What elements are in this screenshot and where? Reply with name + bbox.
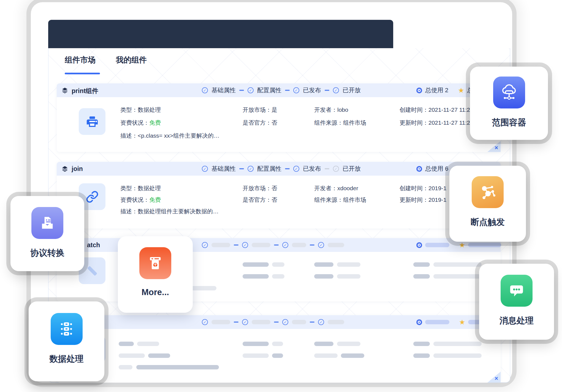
skeleton-pill xyxy=(211,320,230,324)
feature-label: 范围容器 xyxy=(492,117,526,128)
close-icon[interactable]: × xyxy=(495,145,498,151)
usage-eye-icon xyxy=(416,88,422,93)
card-close-fold[interactable]: × xyxy=(487,141,501,152)
skeleton-pill xyxy=(413,274,430,279)
field-market: 开放市场：是 xyxy=(243,106,277,114)
feature-card-scope-container[interactable]: 范围容器 xyxy=(470,67,548,140)
skeleton-pill xyxy=(314,353,338,358)
status-steps: ✓ 基础属性 ✓ 配置属性 ✓ 已发布 ✓ 已开放 xyxy=(202,162,361,176)
component-card-join[interactable]: join ✓ 基础属性 ✓ 配置属性 ✓ 已发布 ✓ 已开放 总使用 6 ★ 总… xyxy=(57,162,501,228)
field-type: 类型：数据处理 xyxy=(120,184,161,192)
field-official: 是否官方：否 xyxy=(243,119,277,127)
component-icon-tile xyxy=(79,108,105,135)
check-icon: ✓ xyxy=(318,319,324,325)
field-updated: 更新时间：2019-1 xyxy=(400,196,446,204)
skeleton-pill xyxy=(468,243,501,247)
feature-label: 断点触发 xyxy=(471,216,505,228)
skeleton-pill xyxy=(119,342,134,346)
store-box-icon xyxy=(139,247,171,279)
skeleton-pill xyxy=(341,353,364,358)
active-tab-underline xyxy=(65,73,100,74)
check-icon: ✓ xyxy=(248,166,254,172)
skeleton-pill xyxy=(337,262,360,267)
skeleton-pill xyxy=(148,353,170,358)
field-source: 组件来源：组件市场 xyxy=(314,196,366,204)
skeleton-pill xyxy=(243,342,269,346)
usage-eye-icon xyxy=(416,242,422,248)
step-dash xyxy=(234,322,238,323)
rating-star-icon: ★ xyxy=(459,319,465,326)
skeleton-pill xyxy=(137,342,159,346)
feature-card-protocol-conversion[interactable]: 协议转换 xyxy=(10,196,84,271)
step-dash xyxy=(239,168,244,169)
step-dash xyxy=(274,322,279,323)
field-updated: 更新时间：2021-11-27 11:2 xyxy=(400,119,470,127)
skeleton-pill xyxy=(292,243,306,247)
feature-card-more[interactable]: More... xyxy=(118,236,193,313)
skeleton-pill xyxy=(433,353,482,358)
step-label: 基础属性 xyxy=(211,165,236,173)
chat-bubble-icon xyxy=(501,275,533,307)
component-card-print[interactable]: print组件 ✓ 基础属性 ✓ 配置属性 ✓ 已发布 ✓ 已开放 总使用 2 … xyxy=(57,83,501,152)
skeleton-pill xyxy=(433,342,482,346)
check-icon: ✓ xyxy=(293,166,299,172)
check-icon: ✓ xyxy=(202,242,208,248)
skeleton-pill xyxy=(252,243,270,247)
content-panel: 组件市场 我的组件 print组件 ✓ 基础属性 ✓ 配置属性 ✓ 已发布 xyxy=(48,48,510,383)
field-created: 创建时间：2019-1 xyxy=(400,184,446,192)
feature-label: 数据处理 xyxy=(50,353,84,365)
inbox-document-icon xyxy=(31,207,63,239)
step-dash xyxy=(310,322,314,323)
layers-icon xyxy=(61,87,68,94)
close-icon[interactable]: × xyxy=(495,375,498,382)
skeleton-pill xyxy=(243,262,269,267)
skeleton-pill xyxy=(413,342,430,346)
step-dash xyxy=(274,244,279,246)
check-icon: ✓ xyxy=(282,319,288,325)
tab-component-market[interactable]: 组件市场 xyxy=(65,55,96,65)
field-fee: 资费状况：免费 xyxy=(120,119,161,127)
status-steps-skeleton: ✓ ✓ ✓ ✓ xyxy=(202,238,344,252)
molecule-icon xyxy=(472,176,504,208)
feature-label: 消息处理 xyxy=(499,315,534,326)
skeleton-pill xyxy=(211,243,230,247)
skeleton-pill xyxy=(292,320,306,324)
skeleton-pill xyxy=(433,262,482,267)
check-icon: ✓ xyxy=(202,87,208,93)
status-steps: ✓ 基础属性 ✓ 配置属性 ✓ 已发布 ✓ 已开放 xyxy=(202,83,361,97)
card-title-fragment: atch xyxy=(87,241,100,249)
step-label: 已开放 xyxy=(343,165,361,173)
field-fee: 资费状况：免费 xyxy=(120,196,161,204)
skeleton-pill xyxy=(425,320,449,324)
check-icon: ✓ xyxy=(282,242,288,248)
step-dash xyxy=(234,244,238,246)
skeleton-pill xyxy=(413,353,430,358)
skeleton-pill xyxy=(413,262,430,267)
feature-label: More... xyxy=(142,287,169,297)
step-dash xyxy=(325,90,329,91)
feature-card-breakpoint-trigger[interactable]: 断点触发 xyxy=(449,166,526,242)
field-market: 开放市场：否 xyxy=(243,184,277,192)
skeleton-pill xyxy=(328,320,344,324)
check-icon: ✓ xyxy=(333,166,339,172)
tab-my-components[interactable]: 我的组件 xyxy=(116,55,147,65)
field-developer: 开发者：xdooder xyxy=(314,184,358,192)
usage-eye-icon xyxy=(416,166,422,172)
card-close-fold[interactable]: × xyxy=(487,372,501,383)
skeleton-pill xyxy=(272,342,283,346)
feature-card-message-processing[interactable]: 消息处理 xyxy=(479,264,554,340)
step-dash xyxy=(285,168,290,169)
feature-card-data-processing[interactable]: 数据处理 xyxy=(29,301,104,381)
skeleton-pill xyxy=(337,274,360,279)
field-type: 类型：数据处理 xyxy=(120,106,161,114)
component-card-skeleton-2[interactable]: ✓ ✓ ✓ ✓ ★ xyxy=(57,315,501,383)
skeleton-pill xyxy=(119,365,132,369)
skeleton-pill xyxy=(136,365,219,369)
rating-star-icon: ★ xyxy=(459,242,465,249)
skeleton-pill xyxy=(272,353,283,358)
field-official: 是否官方：否 xyxy=(243,196,277,204)
field-desc: 描述：<p.class= xx>组件主要解决的… xyxy=(120,132,219,140)
usage-count: 总使用 6 xyxy=(425,165,448,173)
usage-eye-icon xyxy=(416,319,422,325)
step-label: 配置属性 xyxy=(257,86,281,94)
